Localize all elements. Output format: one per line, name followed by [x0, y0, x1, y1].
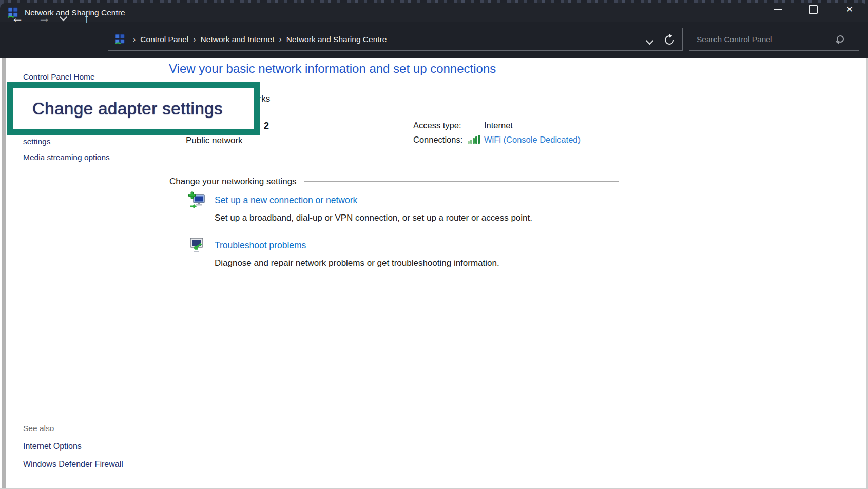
- breadcrumb: › Control Panel › Network and Internet ›…: [128, 35, 387, 44]
- breadcrumb-network-and-internet[interactable]: Network and Internet: [201, 35, 275, 44]
- network-details-divider: [404, 108, 404, 159]
- access-type-value: Internet: [484, 121, 513, 130]
- troubleshoot-problems-description: Diagnose and repair network problems or …: [215, 258, 499, 268]
- wifi-connection-link[interactable]: WiFi (Console Dedicated): [484, 135, 581, 145]
- breadcrumb-network-sharing-centre[interactable]: Network and Sharing Centre: [286, 35, 387, 44]
- back-button[interactable]: ←: [11, 12, 24, 24]
- minimize-button[interactable]: [766, 0, 789, 19]
- title-bar: Network and Sharing Centre: [0, 3, 868, 22]
- section-divider: [272, 99, 619, 99]
- setup-new-connection-link[interactable]: Set up a new connection or network: [215, 195, 357, 206]
- breadcrumb-separator: ›: [133, 35, 136, 44]
- breadcrumb-separator: ›: [193, 35, 196, 44]
- networking-settings-section-title: Change your networking settings: [169, 177, 297, 187]
- minimize-icon: [774, 9, 782, 10]
- search-input[interactable]: [689, 28, 859, 50]
- sidebar-item-advanced-sharing-settings-fragment[interactable]: settings: [23, 137, 50, 146]
- network-name: 2: [264, 121, 269, 131]
- sidebar-item-windows-defender-firewall[interactable]: Windows Defender Firewall: [23, 460, 123, 469]
- window-left-edge: [2, 58, 6, 489]
- troubleshoot-icon: [188, 237, 205, 254]
- see-also-header: See also: [23, 424, 54, 433]
- breadcrumb-control-panel[interactable]: Control Panel: [140, 35, 188, 44]
- network-icon: [114, 34, 125, 45]
- address-bar[interactable]: › Control Panel › Network and Internet ›…: [108, 28, 683, 51]
- callout-inner: Change adapter settings: [13, 88, 254, 129]
- wifi-signal-icon: [468, 134, 482, 144]
- search-icon[interactable]: [836, 35, 845, 44]
- access-type-label: Access type:: [413, 121, 461, 130]
- breadcrumb-separator: ›: [279, 35, 281, 44]
- connections-label: Connections:: [413, 135, 462, 145]
- page-title: View your basic network information and …: [169, 62, 496, 76]
- setup-new-connection-description: Set up a broadband, dial-up or VPN conne…: [215, 213, 532, 223]
- sidebar-item-control-panel-home[interactable]: Control Panel Home: [23, 72, 95, 82]
- refresh-icon[interactable]: [663, 33, 676, 47]
- up-button[interactable]: ↑: [84, 12, 90, 24]
- new-connection-icon: [187, 191, 206, 210]
- search-box: [689, 28, 859, 51]
- address-dropdown-chevron-icon[interactable]: [646, 37, 654, 45]
- troubleshoot-problems-link[interactable]: Troubleshoot problems: [215, 240, 306, 251]
- sidebar-item-internet-options[interactable]: Internet Options: [23, 442, 82, 451]
- maximize-button[interactable]: [801, 0, 825, 19]
- section-divider: [304, 181, 619, 182]
- network-type-label: Public network: [186, 135, 243, 146]
- forward-button[interactable]: →: [38, 12, 50, 24]
- close-button[interactable]: ✕: [838, 0, 861, 19]
- maximize-icon: [809, 5, 818, 14]
- change-adapter-settings-callout[interactable]: Change adapter settings: [7, 82, 260, 135]
- change-adapter-settings-label[interactable]: Change adapter settings: [32, 99, 223, 119]
- sidebar-item-media-streaming-options[interactable]: Media streaming options: [23, 153, 110, 162]
- close-icon: ✕: [846, 5, 853, 14]
